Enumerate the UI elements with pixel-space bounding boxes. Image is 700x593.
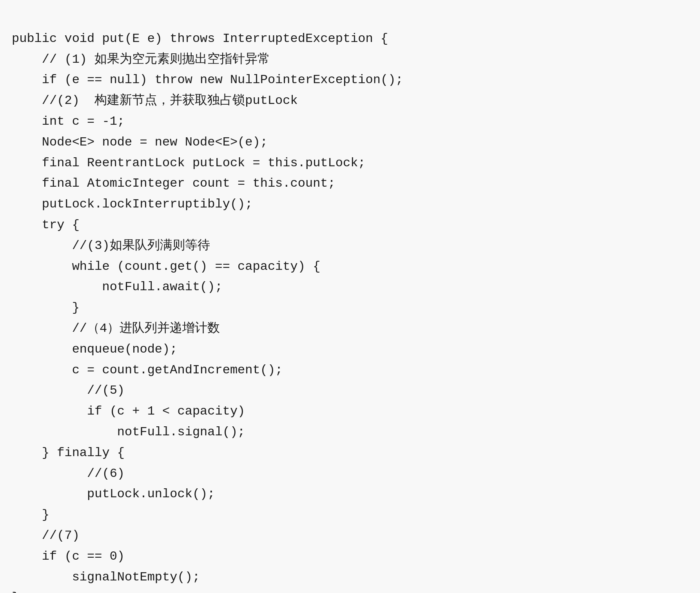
line3: if (e == null) throw new NullPointerExce… (12, 73, 403, 87)
line21: } finally { (12, 446, 125, 460)
line5: int c = -1; (12, 114, 125, 129)
line8: final AtomicInteger count = this.count; (12, 176, 335, 191)
line23: putLock.unlock(); (12, 487, 215, 501)
line22: //(6) (12, 466, 125, 481)
line18: //(5) (12, 383, 125, 398)
line28: } (12, 590, 19, 593)
line7: final ReentrantLock putLock = this.putLo… (12, 156, 366, 170)
line1: public void put(E e) throws InterruptedE… (12, 31, 388, 46)
line6: Node<E> node = new Node<E>(e); (12, 135, 268, 149)
line4: //(2) 构建新节点，并获取独占锁putLock (12, 93, 298, 108)
line20: notFull.signal(); (12, 425, 245, 439)
line26: if (c == 0) (12, 549, 125, 564)
line16: enqueue(node); (12, 342, 177, 357)
line17: c = count.getAndIncrement(); (12, 363, 283, 377)
line12: while (count.get() == capacity) { (12, 259, 320, 274)
line27: signalNotEmpty(); (12, 570, 200, 584)
line9: putLock.lockInterruptibly(); (12, 197, 253, 211)
line24: } (12, 508, 49, 522)
line25: //(7) (12, 528, 80, 543)
line14: } (12, 300, 80, 315)
line11: //(3)如果队列满则等待 (12, 238, 210, 253)
line19: if (c + 1 < capacity) (12, 404, 245, 418)
code-block: public void put(E e) throws InterruptedE… (12, 8, 688, 593)
line10: try { (12, 218, 80, 232)
line15: //（4）进队列并递增计数 (12, 321, 220, 336)
line2: // (1) 如果为空元素则抛出空指针异常 (12, 52, 270, 67)
line13: notFull.await(); (12, 280, 223, 294)
code-container: public void put(E e) throws InterruptedE… (0, 0, 700, 593)
